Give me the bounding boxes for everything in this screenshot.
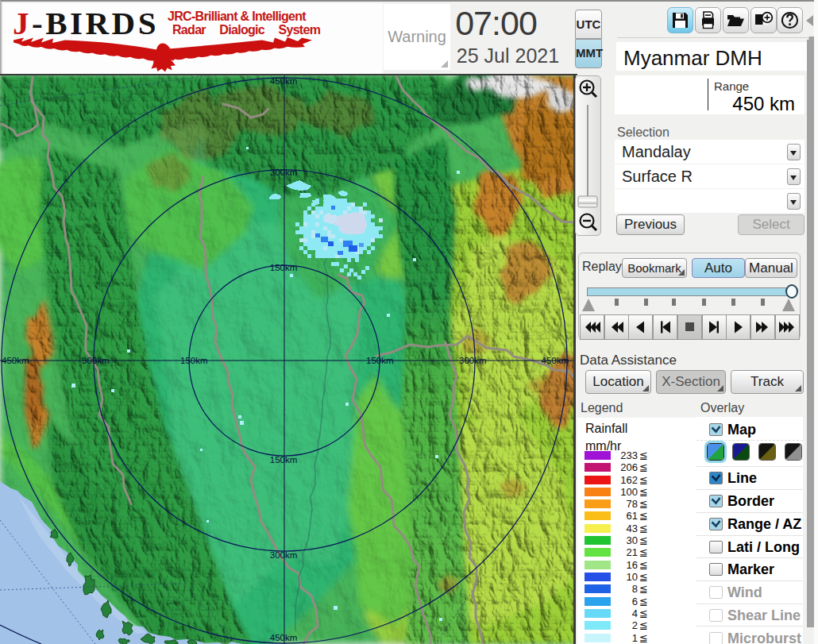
- svg-text:150km: 150km: [180, 356, 208, 365]
- svg-text:450km: 450km: [541, 356, 569, 365]
- svg-text:300km: 300km: [82, 356, 110, 365]
- svg-text:300km: 300km: [459, 356, 487, 365]
- svg-text:450km: 450km: [2, 356, 29, 365]
- svg-text:150km: 150km: [366, 356, 394, 365]
- svg-text:450km: 450km: [270, 76, 298, 86]
- svg-text:150km: 150km: [270, 263, 298, 272]
- svg-text:450km: 450km: [270, 633, 298, 642]
- svg-text:300km: 300km: [270, 550, 298, 560]
- svg-text:300km: 300km: [270, 168, 298, 177]
- svg-text:150km: 150km: [270, 455, 298, 465]
